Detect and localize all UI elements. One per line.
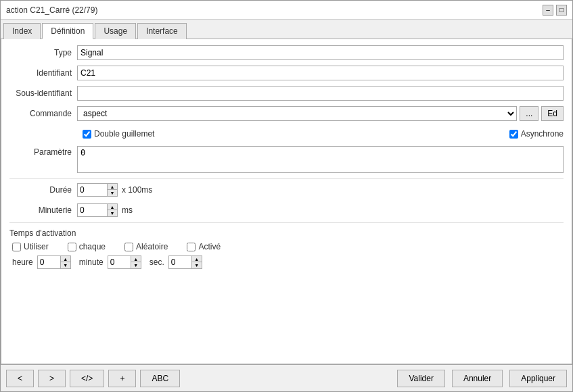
add-button[interactable]: + (108, 370, 136, 387)
minute-label: minute (79, 258, 104, 267)
active-label[interactable]: Activé (187, 242, 221, 251)
sous-identifiant-label: Sous-identifiant (9, 89, 77, 98)
next-button[interactable]: > (38, 370, 66, 387)
bottom-bar: < > </> + ABC Valider Annuler Appliquer (1, 364, 572, 391)
maximize-button[interactable]: □ (556, 5, 567, 16)
active-checkbox[interactable] (187, 243, 196, 251)
duree-row: Durée ▲ ▼ x 100ms (9, 182, 564, 198)
utiliser-checkbox[interactable] (12, 243, 21, 251)
heure-spinbox: ▲ ▼ (37, 255, 71, 269)
main-window: action C21_Carré (22/79) – □ Index Défin… (0, 0, 573, 392)
type-row: Type (9, 45, 564, 61)
duree-up-button[interactable]: ▲ (108, 184, 117, 190)
sec-up-button[interactable]: ▲ (192, 256, 202, 262)
minuterie-unit: ms (122, 205, 133, 215)
type-input[interactable] (77, 45, 564, 60)
minuterie-input[interactable] (77, 203, 108, 217)
utiliser-label[interactable]: Utiliser (12, 242, 49, 251)
form-content: Type Identifiant Sous-identifiant Comman… (1, 39, 572, 364)
sec-spin-buttons: ▲ ▼ (192, 255, 202, 269)
command-controls: aspect ... Ed (77, 106, 564, 121)
abc-button[interactable]: ABC (140, 370, 180, 387)
heure-up-button[interactable]: ▲ (61, 256, 70, 262)
commande-row: Commande aspect ... Ed (9, 105, 564, 122)
duree-label: Durée (9, 185, 77, 195)
sec-label: sec. (150, 258, 164, 267)
identifiant-row: Identifiant (9, 65, 564, 81)
appliquer-button[interactable]: Appliquer (509, 370, 567, 387)
duree-down-button[interactable]: ▼ (108, 190, 117, 196)
sec-down-button[interactable]: ▼ (192, 262, 202, 268)
duree-spinbox: ▲ ▼ (77, 183, 118, 197)
parametre-label: Paramètre (9, 146, 77, 157)
tab-usage[interactable]: Usage (95, 23, 136, 39)
minimize-button[interactable]: – (543, 5, 553, 16)
title-bar: action C21_Carré (22/79) – □ (1, 1, 572, 20)
duree-input[interactable] (77, 183, 108, 197)
minuterie-row: Minuterie ▲ ▼ ms (9, 202, 564, 218)
minute-down-button[interactable]: ▼ (131, 262, 141, 268)
heure-down-button[interactable]: ▼ (61, 262, 70, 268)
minuterie-up-button[interactable]: ▲ (108, 204, 117, 210)
activation-section-title: Temps d'activation (9, 226, 564, 238)
tab-definition[interactable]: Définition (42, 23, 93, 39)
aleatoire-checkbox[interactable] (124, 243, 133, 251)
heure-spin-buttons: ▲ ▼ (61, 255, 71, 269)
dots-button[interactable]: ... (520, 106, 538, 121)
tab-bar: Index Définition Usage Interface (1, 20, 572, 39)
chaque-checkbox[interactable] (68, 243, 76, 251)
window-controls: – □ (543, 5, 567, 16)
parametre-textarea[interactable]: 0 (77, 146, 564, 173)
minuterie-label: Minuterie (9, 205, 77, 215)
asynchrone-checkbox[interactable] (509, 130, 518, 139)
identifiant-input[interactable] (77, 66, 564, 80)
double-guillemet-label[interactable]: Double guillemet (83, 129, 154, 139)
guillemet-row: Double guillemet Asynchrone (9, 126, 564, 142)
minute-spinbox: ▲ ▼ (108, 255, 141, 269)
time-row: heure ▲ ▼ minute ▲ ▼ sec. ▲ (9, 255, 564, 269)
commande-select[interactable]: aspect (77, 106, 517, 121)
identifiant-label: Identifiant (9, 68, 77, 78)
type-label: Type (9, 48, 77, 57)
duree-spin-buttons: ▲ ▼ (108, 183, 118, 197)
duree-unit: x 100ms (122, 185, 152, 195)
tab-interface[interactable]: Interface (137, 23, 187, 39)
window-title: action C21_Carré (22/79) (6, 5, 97, 15)
minute-input[interactable] (108, 255, 131, 269)
heure-input[interactable] (37, 255, 61, 269)
annuler-button[interactable]: Annuler (452, 370, 503, 387)
chaque-label[interactable]: chaque (68, 242, 106, 251)
prev-button[interactable]: < (6, 370, 34, 387)
close-tag-button[interactable]: </> (70, 370, 104, 387)
sec-input[interactable] (168, 255, 192, 269)
valider-button[interactable]: Valider (397, 370, 444, 387)
sec-spinbox: ▲ ▼ (168, 255, 202, 269)
minute-spin-buttons: ▲ ▼ (131, 255, 141, 269)
asynchrone-label[interactable]: Asynchrone (509, 129, 564, 139)
tab-index[interactable]: Index (3, 23, 41, 39)
double-guillemet-checkbox[interactable] (83, 130, 91, 139)
minuterie-spin-buttons: ▲ ▼ (108, 203, 118, 217)
parametre-row: Paramètre 0 (9, 146, 564, 173)
sous-identifiant-input[interactable] (77, 86, 564, 101)
minuterie-down-button[interactable]: ▼ (108, 210, 117, 216)
sous-identifiant-row: Sous-identifiant (9, 85, 564, 101)
heure-label: heure (12, 258, 33, 267)
activation-checkboxes: Utiliser chaque Aléatoire Activé (9, 242, 564, 251)
minute-up-button[interactable]: ▲ (131, 256, 141, 262)
aleatoire-label[interactable]: Aléatoire (124, 242, 168, 251)
commande-label: Commande (9, 109, 77, 118)
edit-button[interactable]: Ed (541, 106, 564, 121)
minuterie-spinbox: ▲ ▼ (77, 203, 118, 217)
